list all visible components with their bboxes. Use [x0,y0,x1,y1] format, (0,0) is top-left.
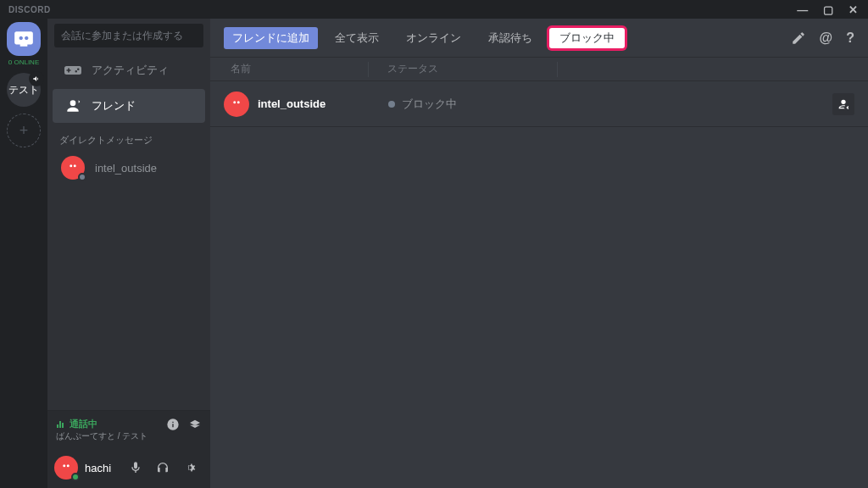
table-row[interactable]: intel_outside ブロック中 [210,81,868,127]
voice-connection-panel: 通話中 ばんぷーてすと / テスト [47,410,210,447]
mentions-at-icon[interactable]: @ [820,30,833,46]
home-server-icon[interactable] [7,22,41,56]
server-rail: 0 ONLINE テスト + [0,19,47,488]
dm-item-intel-outside[interactable]: intel_outside [53,151,205,185]
window-minimize[interactable]: — [792,0,814,19]
tab-all[interactable]: 全て表示 [325,27,389,49]
row-name: intel_outside [258,97,326,110]
friends-table-header: 名前 ステータス [210,58,868,81]
online-count-label: 0 ONLINE [8,59,39,66]
status-dot-online-icon [71,473,80,481]
status-dot-offline-icon [78,173,86,181]
user-panel: hachi [47,447,210,488]
dm-item-name: intel_outside [95,162,157,175]
info-icon[interactable] [166,418,180,431]
sidebar-item-activity[interactable]: アクティビティ [53,53,205,87]
gamepad-icon [64,62,81,79]
status-dot-blocked-icon [388,101,395,108]
sidebar-item-label: アクティビティ [92,63,169,78]
col-header-name: 名前 [224,62,368,76]
col-header-status: ステータス [387,62,557,76]
sidebar-item-label: フレンド [92,98,136,114]
voice-state-sub: ばんぷーてすと / テスト [56,430,147,442]
signal-icon [56,419,66,430]
server-item-test[interactable]: テスト [7,73,41,107]
current-user-name: hachi [85,462,122,474]
dm-header: ダイレクトメッセージ [47,124,210,150]
person-wave-icon [64,97,81,114]
friends-header: フレンドに追加 全て表示 オンライン 承認待ち ブロック中 @ ? [210,19,868,58]
window-close[interactable]: ✕ [843,0,865,19]
settings-gear-icon[interactable] [183,461,203,474]
mute-mic-icon[interactable] [129,461,149,474]
add-server-button[interactable]: + [7,114,41,147]
new-message-icon[interactable] [791,30,806,46]
deafen-headphones-icon[interactable] [156,461,176,474]
speaker-badge-icon [29,71,44,86]
row-status: ブロック中 [402,97,457,112]
add-friend-button[interactable]: フレンドに追加 [224,27,318,49]
unblock-user-button[interactable] [832,93,854,115]
conversation-search-input[interactable]: 会話に参加または作成する [54,24,203,47]
channel-sidebar: 会話に参加または作成する アクティビティ フレンド ダイレクトメッセージ [47,19,210,488]
app-title: DISCORD [8,5,51,14]
main-content: フレンドに追加 全て表示 オンライン 承認待ち ブロック中 @ ? 名前 ステー… [210,19,868,488]
avatar [61,156,85,180]
tab-online[interactable]: オンライン [396,27,471,49]
window-maximize[interactable]: ▢ [817,0,839,19]
window-titlebar: DISCORD — ▢ ✕ [0,0,868,19]
sidebar-item-friends[interactable]: フレンド [53,89,205,123]
avatar[interactable] [54,456,78,480]
tab-pending[interactable]: 承認待ち [478,27,542,49]
search-placeholder: 会話に参加または作成する [61,29,183,43]
tab-blocked[interactable]: ブロック中 [549,28,625,48]
help-question-icon[interactable]: ? [846,30,854,46]
disconnect-icon[interactable] [188,418,202,431]
avatar [224,92,249,117]
voice-state-label: 通話中 [70,418,97,430]
